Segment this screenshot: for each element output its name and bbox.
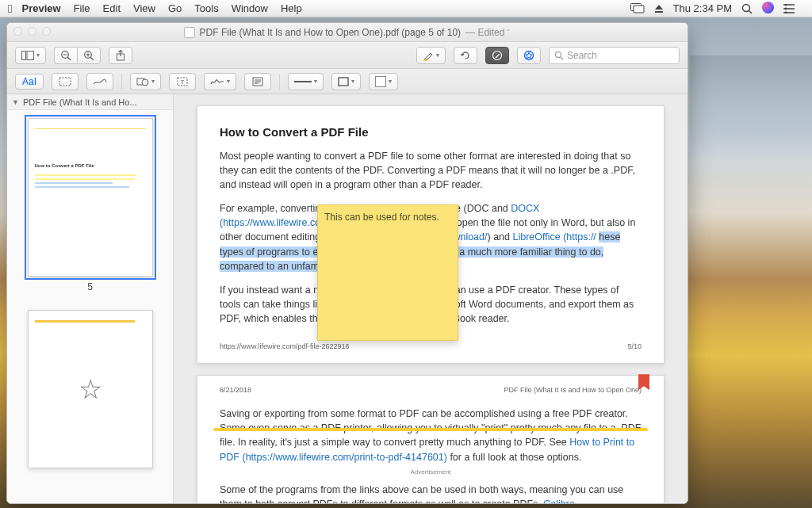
search-placeholder: Search bbox=[567, 50, 597, 61]
pdf-page-6: 6/21/2018 PDF File (What It Is and How t… bbox=[197, 375, 665, 503]
menubar-clock[interactable]: Thu 2:34 PM bbox=[673, 2, 732, 14]
svg-rect-36 bbox=[339, 78, 348, 86]
share-button[interactable] bbox=[109, 47, 132, 64]
svg-rect-1 bbox=[634, 6, 644, 13]
svg-point-3 bbox=[743, 4, 750, 11]
edited-label: — Edited bbox=[465, 27, 504, 38]
menubar-item-go[interactable]: Go bbox=[168, 2, 182, 14]
thumbnail-sidebar: ▼ PDF File (What It Is and Ho... How to … bbox=[7, 94, 174, 503]
highlight-button[interactable]: ▾ bbox=[416, 47, 446, 64]
sticky-note-text: This can be used for notes. bbox=[324, 212, 439, 223]
svg-point-8 bbox=[785, 4, 787, 6]
title-chevron-icon: ˅ bbox=[507, 29, 511, 36]
markup-toolbar: AaI ▾ T ▾ ▾ ▾ ▾ bbox=[7, 69, 688, 94]
thumbnail-page-6[interactable]: ☆ bbox=[15, 310, 165, 468]
screen-mirror-icon[interactable] bbox=[630, 3, 645, 13]
svg-rect-11 bbox=[22, 51, 26, 59]
rotate-button[interactable] bbox=[454, 47, 477, 64]
svg-rect-27 bbox=[59, 78, 71, 86]
text-button[interactable]: T bbox=[169, 73, 196, 90]
toolbar-divider bbox=[279, 74, 280, 90]
yellow-underline-annotation bbox=[213, 428, 648, 431]
zoom-window-button[interactable] bbox=[42, 27, 51, 36]
spotlight-icon[interactable] bbox=[741, 3, 753, 14]
bookmark-icon[interactable] bbox=[638, 374, 649, 390]
sign-button[interactable]: ▾ bbox=[204, 73, 236, 90]
window-title-wrap[interactable]: PDF File (What It Is and How to Open One… bbox=[184, 27, 511, 38]
apple-menu-icon[interactable]:  bbox=[8, 2, 12, 15]
eject-icon[interactable] bbox=[654, 4, 664, 13]
view-mode-button[interactable]: ▾ bbox=[15, 47, 46, 64]
wallpaper-detail bbox=[690, 55, 812, 159]
menubar-item-view[interactable]: View bbox=[133, 2, 155, 14]
markup-toolbar-button[interactable] bbox=[485, 47, 509, 64]
menubar-item-edit[interactable]: Edit bbox=[103, 2, 121, 14]
siri-icon[interactable] bbox=[762, 2, 774, 16]
sidebar-title: PDF File (What It Is and Ho... bbox=[23, 97, 137, 107]
toolbar-divider bbox=[121, 74, 122, 90]
svg-point-9 bbox=[785, 7, 787, 10]
advertisement-label: Advertisement bbox=[220, 468, 642, 477]
menubar-item-window[interactable]: Window bbox=[232, 2, 268, 14]
svg-rect-12 bbox=[27, 51, 34, 59]
close-window-button[interactable] bbox=[13, 27, 22, 36]
svg-point-25 bbox=[555, 52, 561, 57]
text-selection-tool[interactable]: AaI bbox=[15, 74, 44, 90]
footer-page-indicator: 5/10 bbox=[627, 342, 642, 352]
redact-tool[interactable] bbox=[86, 73, 113, 90]
main-toolbar: ▾ ▾ Search bbox=[7, 42, 688, 69]
thumbnail-page-number: 5 bbox=[15, 281, 165, 292]
shapes-button[interactable]: ▾ bbox=[130, 73, 161, 90]
form-highlight-button[interactable] bbox=[517, 47, 541, 64]
menubar-item-file[interactable]: File bbox=[74, 2, 90, 14]
svg-line-4 bbox=[749, 10, 753, 13]
traffic-lights bbox=[13, 27, 51, 36]
svg-line-26 bbox=[561, 57, 563, 59]
svg-rect-2 bbox=[655, 11, 663, 13]
svg-point-10 bbox=[785, 11, 787, 13]
line-icon bbox=[294, 81, 312, 82]
thumbnail-image: How to Convert a PDF File bbox=[28, 118, 153, 277]
svg-line-14 bbox=[67, 57, 71, 60]
minimize-window-button[interactable] bbox=[28, 27, 36, 36]
star-annotation-icon: ☆ bbox=[79, 376, 102, 403]
search-field[interactable]: Search bbox=[549, 47, 680, 64]
sidebar-header[interactable]: ▼ PDF File (What It Is and Ho... bbox=[7, 94, 173, 110]
menubar-item-tools[interactable]: Tools bbox=[194, 2, 218, 14]
link-libreoffice[interactable]: LibreOffice (https:// bbox=[512, 231, 596, 243]
rectangular-selection-tool[interactable] bbox=[52, 73, 79, 90]
thumbnail-list[interactable]: How to Convert a PDF File 5 ☆ bbox=[7, 110, 173, 503]
document-icon bbox=[184, 27, 195, 38]
page5-para1: Most people wanting to convert a PDF fil… bbox=[220, 149, 642, 192]
line-style-button[interactable]: ▾ bbox=[288, 73, 324, 90]
sticky-note-annotation[interactable]: This can be used for notes. bbox=[317, 204, 458, 341]
menubar-item-help[interactable]: Help bbox=[281, 2, 302, 14]
note-button[interactable] bbox=[244, 73, 271, 90]
thumbnail-image: ☆ bbox=[28, 310, 153, 468]
page6-para1: Saving or exporting from some format to … bbox=[220, 407, 642, 464]
page6-para2: Some of the programs from the links abov… bbox=[220, 483, 642, 503]
window-title: PDF File (What It Is and How to Open One… bbox=[200, 27, 461, 38]
footer-url: https://www.lifewire.com/pdf-file-262291… bbox=[220, 342, 350, 352]
fill-color-button[interactable]: ▾ bbox=[369, 73, 398, 90]
svg-line-17 bbox=[90, 57, 94, 60]
page6-date: 6/21/2018 bbox=[220, 385, 251, 395]
border-color-button[interactable]: ▾ bbox=[331, 73, 361, 90]
svg-text:T: T bbox=[181, 78, 185, 86]
page-heading: How to Convert a PDF File bbox=[220, 124, 642, 141]
svg-point-29 bbox=[142, 79, 148, 86]
page6-head-title: PDF File (What It Is and How to Open One… bbox=[504, 385, 642, 395]
menubar-app-name[interactable]: Preview bbox=[21, 2, 60, 14]
disclosure-triangle-icon: ▼ bbox=[12, 98, 19, 106]
color-swatch-icon bbox=[375, 76, 386, 87]
zoom-out-button[interactable] bbox=[54, 47, 77, 64]
notification-center-icon[interactable] bbox=[783, 4, 795, 13]
macos-menubar:  Preview File Edit View Go Tools Window… bbox=[0, 0, 812, 17]
zoom-in-button[interactable] bbox=[77, 47, 101, 64]
window-titlebar: PDF File (What It Is and How to Open One… bbox=[7, 23, 688, 42]
thumbnail-page-5[interactable]: How to Convert a PDF File 5 bbox=[15, 118, 165, 292]
